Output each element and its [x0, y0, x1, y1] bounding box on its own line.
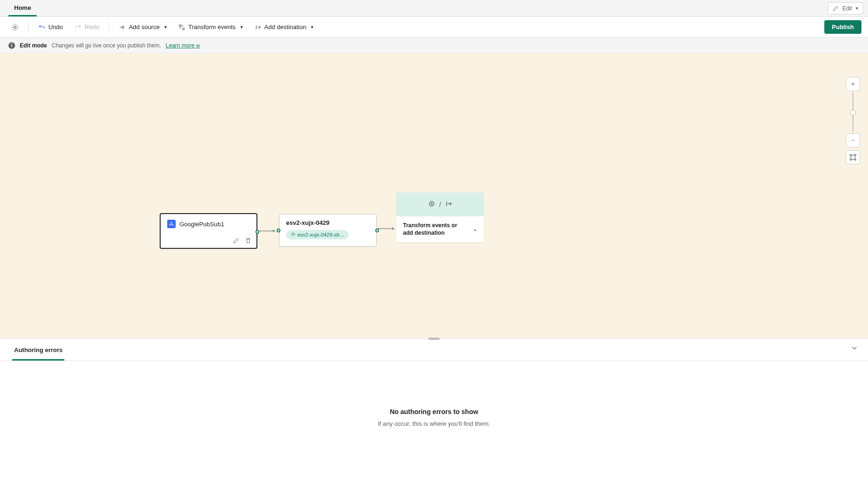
edit-dropdown-label: Edit: [842, 5, 852, 12]
tab-home[interactable]: Home: [8, 0, 37, 16]
stream-icon: [291, 232, 295, 238]
zoom-out-button[interactable]: －: [846, 133, 860, 147]
source-node-title: GooglePubSub1: [179, 221, 224, 228]
svg-point-0: [14, 26, 16, 28]
zoom-slider[interactable]: [852, 92, 853, 132]
redo-button[interactable]: Redo: [70, 21, 104, 34]
slash: /: [439, 201, 441, 208]
chevron-down-icon: ▾: [311, 24, 313, 30]
input-port[interactable]: [277, 229, 280, 232]
stream-pill-label: esv2-xujx-0429-str...: [297, 232, 344, 238]
svg-rect-2: [183, 28, 185, 30]
svg-rect-7: [851, 155, 855, 160]
info-message: Changes will go live once you publish th…: [52, 42, 161, 49]
edit-mode-label: Edit mode: [20, 42, 47, 49]
gear-icon: [11, 23, 19, 31]
undo-button[interactable]: Undo: [33, 21, 68, 34]
stream-pill[interactable]: esv2-xujx-0429-str...: [286, 230, 349, 239]
info-bar: i Edit mode Changes will go live once yo…: [0, 38, 868, 54]
add-destination-icon: [254, 23, 262, 31]
stream-node[interactable]: esv2-xujx-0429 esv2-xujx-0429-str...: [279, 214, 377, 246]
zoom-in-button[interactable]: ＋: [846, 77, 860, 91]
chevron-down-icon: ▾: [240, 24, 243, 30]
transform-label: Transform events: [188, 23, 236, 31]
canvas[interactable]: GooglePubSub1 esv2-xujx-0429 esv2-xujx-0…: [0, 54, 868, 338]
add-destination-label: Add destination: [264, 23, 307, 31]
redo-icon: [74, 23, 82, 31]
pencil-icon: [832, 5, 839, 12]
chevron-down-icon: ▼: [855, 6, 859, 11]
destination-placeholder-label: Transform events or add destination: [403, 222, 469, 237]
collapse-panel-button[interactable]: [851, 345, 858, 353]
stream-node-title: esv2-xujx-0429: [286, 219, 370, 226]
empty-state-title: No authoring errors to show: [390, 408, 478, 415]
edit-mode-dropdown[interactable]: Edit ▼: [828, 2, 863, 15]
add-destination-button[interactable]: Add destination ▾: [249, 21, 318, 34]
connector: [257, 227, 279, 235]
settings-button[interactable]: [7, 21, 23, 34]
add-source-icon: [118, 23, 126, 31]
redo-label: Redo: [85, 23, 99, 31]
tab-bar: Home Edit ▼: [0, 0, 868, 17]
bottom-panel: Authoring errors No authoring errors to …: [0, 338, 868, 484]
svg-rect-1: [179, 24, 181, 26]
add-source-label: Add source: [129, 23, 160, 31]
source-node[interactable]: GooglePubSub1: [160, 213, 257, 249]
connector: [377, 225, 398, 232]
publish-button[interactable]: Publish: [824, 20, 861, 34]
undo-icon: [38, 23, 46, 31]
transform-icon: [428, 200, 435, 209]
zoom-slider-thumb[interactable]: [850, 110, 856, 115]
toolbar: Undo Redo Add source ▾ Transform events …: [0, 17, 868, 38]
transform-events-button[interactable]: Transform events ▾: [173, 21, 248, 34]
learn-more-link[interactable]: Learn more ⧉: [166, 42, 200, 49]
pencil-icon[interactable]: [232, 237, 240, 244]
google-pubsub-icon: [167, 220, 176, 228]
panel-body: No authoring errors to show If any occur…: [0, 361, 868, 474]
trash-icon[interactable]: [244, 237, 252, 244]
info-icon: i: [8, 42, 15, 49]
tab-authoring-errors[interactable]: Authoring errors: [12, 344, 64, 361]
separator: [28, 22, 29, 32]
chevron-down-icon[interactable]: ⌄: [473, 226, 477, 232]
separator: [108, 22, 109, 32]
fit-view-button[interactable]: [846, 150, 860, 164]
chevron-down-icon: ▾: [164, 24, 167, 30]
external-link-icon: ⧉: [196, 43, 200, 48]
empty-state-subtitle: If any occur, this is where you'll find …: [378, 420, 490, 427]
add-source-button[interactable]: Add source ▾: [114, 21, 171, 34]
destination-placeholder-node[interactable]: / Transform events or add destination ⌄: [396, 192, 484, 242]
transform-icon: [178, 23, 186, 31]
canvas-controls: ＋ －: [845, 77, 860, 164]
destination-icon: [445, 200, 452, 209]
undo-label: Undo: [48, 23, 63, 31]
